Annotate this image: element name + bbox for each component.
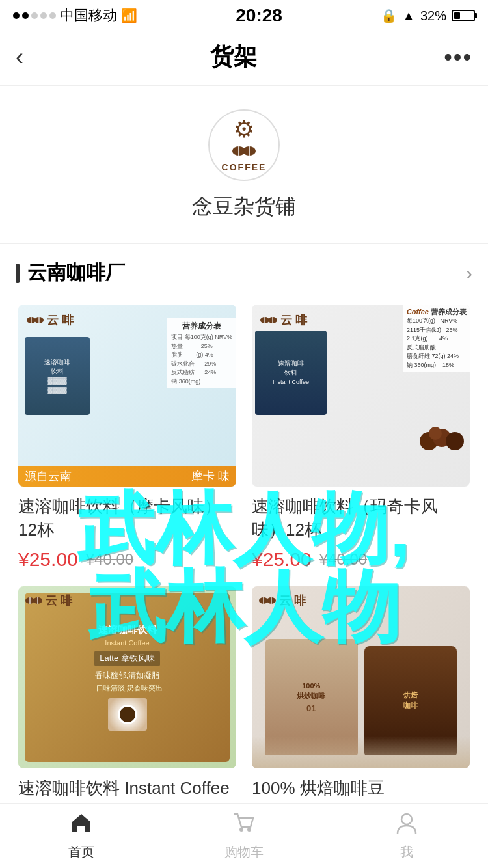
section-title: 云南咖啡厂 (16, 260, 125, 286)
nutrition-table-2: Coffee 营养成分表 每100克(g) NRV% 2115千焦(kJ) 25… (403, 305, 470, 372)
product-image-1: 云 啡 速溶咖啡饮料▓▓▓▓▓▓▓▓ 营养成分表 项目 每100克(g) NRV… (18, 305, 236, 487)
tab-home-label: 首页 (68, 843, 94, 861)
product-card-1[interactable]: 云 啡 速溶咖啡饮料▓▓▓▓▓▓▓▓ 营养成分表 项目 每100克(g) NRV… (10, 297, 244, 578)
cup-circle (118, 705, 137, 724)
price-current-1: ¥25.00 (18, 549, 78, 571)
coffee-box-1: 速溶咖啡饮料▓▓▓▓▓▓▓▓ (25, 337, 90, 415)
yunbei-text-1: 云 啡 (47, 312, 74, 328)
svg-point-14 (239, 828, 243, 832)
coffee-bean-icon: ⚙ (234, 118, 254, 141)
choc-balls-svg (419, 422, 465, 454)
dot2 (22, 12, 29, 19)
battery-fill (454, 12, 460, 19)
roast-num-01: 01 (306, 703, 316, 713)
svg-point-15 (247, 828, 251, 832)
yunbei-logo-3: 云 啡 (25, 593, 72, 608)
yunbei-text-2: 云 啡 (280, 312, 307, 328)
tab-home[interactable]: 首页 (0, 806, 163, 866)
wifi-icon: 📶 (121, 8, 137, 23)
coffee-box-text-1: 速溶咖啡饮料▓▓▓▓▓▓▓▓ (44, 358, 70, 394)
tab-profile-label: 我 (400, 843, 413, 861)
product-card-4[interactable]: 云 啡 100%烘炒咖啡 01 烘焙咖啡 100% 烘焙咖啡豆 (244, 578, 478, 838)
cart-icon (232, 811, 256, 841)
signal-dots (13, 12, 56, 19)
yunbei-text-3: 云 啡 (46, 593, 72, 608)
dot1 (13, 12, 20, 19)
page-title: 货架 (210, 41, 257, 73)
latte-desc2: □口味清淡,奶香味突出 (92, 683, 163, 693)
product-card-2[interactable]: 云 啡 速溶咖啡饮料 Instant Coffee (244, 297, 478, 578)
profile-svg (395, 811, 418, 835)
dot5 (49, 12, 56, 19)
yunbei-logo-2: 云 啡 (260, 312, 307, 328)
yunbei-icon-4 (258, 594, 277, 607)
products-grid-row1: 云 啡 速溶咖啡饮料▓▓▓▓▓▓▓▓ 营养成分表 项目 每100克(g) NRV… (0, 297, 488, 578)
home-svg (70, 811, 93, 835)
status-left: 中国移动 📶 (13, 6, 137, 25)
product-name-1: 速溶咖啡饮料（摩卡风味）12杯 (18, 495, 236, 542)
yunbei-text-4: 云 啡 (279, 593, 306, 608)
roast-bag-light-text: 100%烘炒咖啡 (297, 681, 325, 701)
svg-point-16 (401, 814, 412, 824)
price-current-2: ¥25.00 (252, 549, 312, 571)
product-name-2: 速溶咖啡饮料（玛奇卡风味）12杯 (252, 495, 470, 542)
origin-text: 源自云南 (25, 468, 72, 484)
status-bar: 中国移动 📶 20:28 🔒 ▲ 32% (0, 0, 488, 29)
roast-bag-dark-text: 烘焙咖啡 (403, 690, 418, 711)
svg-point-9 (429, 427, 442, 440)
nutrition-table-1: 营养成分表 项目 每100克(g) NRV% 热量 25% 脂肪 (g) 4% … (167, 318, 236, 388)
more-button[interactable]: ••• (444, 44, 472, 71)
status-right: 🔒 ▲ 32% (381, 8, 475, 23)
product-card-3[interactable]: 云 啡 速溶咖啡饮料 Instant Coffee Latte 拿铁风味 香味馥… (10, 578, 244, 838)
coffee-beans-svg (231, 141, 257, 161)
status-time: 20:28 (236, 5, 282, 26)
coffee-box-2: 速溶咖啡饮料 Instant Coffee (255, 331, 327, 415)
profile-icon (395, 811, 418, 841)
product-image-4: 云 啡 100%烘炒咖啡 01 烘焙咖啡 (252, 586, 470, 768)
yunbei-logo-1: 云 啡 (26, 312, 74, 328)
yunbei-icon-1 (26, 314, 44, 327)
tab-cart[interactable]: 购物车 (163, 806, 325, 866)
store-name: 念豆杂货铺 (192, 193, 296, 221)
coffee-box-text-2: 速溶咖啡饮料 Instant Coffee (270, 357, 312, 389)
lock-icon: 🔒 (381, 8, 397, 23)
coffee-cup-img (108, 698, 147, 731)
tab-bar: 首页 购物车 我 (0, 803, 488, 868)
svg-point-8 (446, 432, 464, 450)
cart-svg (232, 811, 256, 835)
products-section: 武林人物, 武林人物 云 啡 速溶咖啡饮料▓▓▓▓▓▓▓ (0, 297, 488, 838)
yunbei-icon-3 (25, 594, 43, 607)
latte-title: 速溶咖啡饮料 (98, 624, 157, 636)
instant-coffee-label: Instant Coffee (273, 379, 309, 385)
factory-gradient (252, 736, 470, 768)
price-original-2: ¥40.00 (319, 550, 367, 569)
nav-bar: ‹ 货架 ••• (0, 29, 488, 86)
product-image-2: 云 啡 速溶咖啡饮料 Instant Coffee (252, 305, 470, 487)
yunbei-logo-4: 云 啡 (258, 593, 306, 608)
dot4 (40, 12, 47, 19)
coffee-label: COFFEE (222, 162, 267, 172)
products-grid-row2: 云 啡 速溶咖啡饮料 Instant Coffee Latte 拿铁风味 香味馥… (0, 578, 488, 838)
location-icon: ▲ (402, 8, 415, 23)
latte-subtitle: Instant Coffee (105, 639, 149, 647)
home-icon (70, 811, 93, 841)
latte-desc1: 香味馥郁,清如凝脂 (95, 670, 159, 681)
price-original-1: ¥40.00 (86, 550, 133, 569)
battery-icon (452, 10, 475, 21)
tab-cart-label: 购物车 (224, 843, 264, 861)
store-header: ⚙ COFFEE 念豆杂货铺 (0, 86, 488, 237)
section-arrow[interactable]: › (466, 262, 472, 284)
battery-text: 32% (420, 8, 446, 23)
back-button[interactable]: ‹ (16, 44, 23, 71)
section-header[interactable]: 云南咖啡厂 › (0, 243, 488, 297)
store-logo: ⚙ COFFEE (208, 109, 280, 181)
product-image-3: 云 啡 速溶咖啡饮料 Instant Coffee Latte 拿铁风味 香味馥… (18, 586, 236, 768)
carrier-text: 中国移动 (60, 6, 117, 25)
product-prices-2: ¥25.00 ¥40.00 (252, 549, 470, 571)
product-prices-1: ¥25.00 ¥40.00 (18, 549, 236, 571)
yunbei-icon-2 (260, 314, 278, 327)
mocha-banner: 源自云南 摩卡 味 (18, 466, 236, 487)
latte-box: 速溶咖啡饮料 Instant Coffee Latte 拿铁风味 香味馥郁,清如… (25, 593, 230, 762)
latte-flavor: Latte 拿铁风味 (94, 651, 160, 666)
tab-profile[interactable]: 我 (325, 806, 488, 866)
